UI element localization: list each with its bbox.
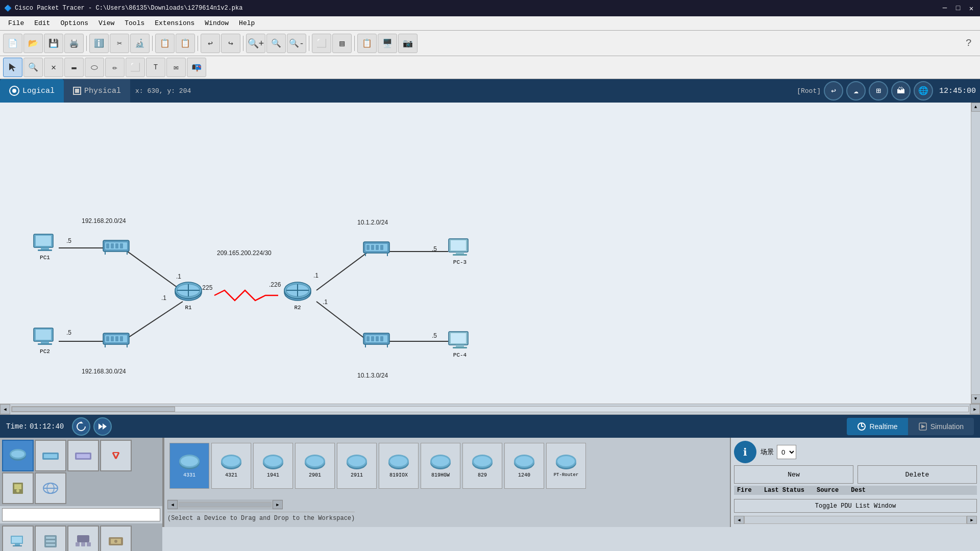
delete-pdu-button[interactable]: Delete (857, 465, 977, 484)
terrain-nav-button[interactable]: 🏔 (891, 81, 911, 101)
horizontal-scrollbar[interactable]: ◀ ▶ (0, 404, 980, 415)
scroll-down-button[interactable]: ▼ (971, 394, 981, 404)
category-wireless[interactable] (100, 440, 132, 471)
scroll-up-button[interactable]: ▲ (971, 103, 981, 112)
device-4321[interactable]: 4321 (211, 443, 251, 489)
rect-draw-button[interactable]: ▬ (64, 58, 84, 77)
category-others[interactable] (100, 525, 132, 551)
menu-view[interactable]: View (94, 18, 118, 28)
zoom-fit-button[interactable]: 🔍 (266, 34, 286, 53)
device-pc4[interactable]: PC-4 (447, 331, 473, 358)
redo-button[interactable]: ↪️ (221, 34, 240, 53)
scroll-right-button[interactable]: ▶ (970, 404, 980, 414)
viewport-button[interactable]: ⬜ (312, 34, 331, 53)
device-pc2[interactable]: PC2 (32, 327, 58, 355)
category-switches[interactable] (35, 440, 66, 471)
devlist-scroll-right[interactable]: ▶ (273, 500, 283, 509)
device-sw3[interactable] (362, 238, 390, 259)
notes-button[interactable]: 📋 (357, 34, 377, 53)
back-nav-button[interactable]: ↩ (824, 81, 843, 101)
pdu-bottom-scroll[interactable]: ◀ ▶ (734, 516, 977, 524)
paste-button[interactable]: 📋 (176, 34, 195, 53)
new-pdu-button[interactable]: New (734, 465, 853, 484)
device-pt-router[interactable]: PT-Router (546, 443, 586, 489)
globe-nav-button[interactable]: 🌐 (914, 81, 933, 101)
new-file-button[interactable]: 📄 (3, 34, 22, 53)
zoom-out-button[interactable]: 🔍- (287, 34, 306, 53)
cut-button[interactable]: ✂️ (110, 34, 129, 53)
pdu-simple-button[interactable]: ✉️ (166, 58, 186, 77)
device-sw2[interactable] (102, 329, 130, 350)
select-tool-button[interactable] (3, 58, 22, 77)
category-hubs[interactable] (67, 440, 99, 471)
device-1941[interactable]: 1941 (253, 443, 293, 489)
device-4331[interactable]: 4331 (169, 443, 209, 489)
category-pcs[interactable] (2, 525, 34, 551)
maximize-button[interactable]: □ (953, 4, 963, 13)
device-r2[interactable]: R2 (283, 280, 312, 311)
device-list-scrollbar[interactable]: ◀ ▶ (167, 499, 283, 510)
photo-button[interactable]: 📷 (398, 34, 418, 53)
device-search-input[interactable] (2, 508, 160, 521)
undo-button[interactable]: ↩️ (201, 34, 220, 53)
grid-nav-button[interactable]: ⊞ (869, 81, 888, 101)
device-pc1[interactable]: PC1 (32, 233, 58, 261)
devlist-scroll-left[interactable]: ◀ (167, 500, 178, 509)
freeform-draw-button[interactable]: ✏️ (105, 58, 125, 77)
category-wan[interactable] (35, 472, 66, 504)
pdu-complex-button[interactable]: 📭 (187, 58, 206, 77)
toggle-pdu-list-button[interactable]: Toggle PDU List Window (734, 499, 977, 513)
workspace[interactable]: ▲ ▼ 192.168.20.0/24 192.168.30.0/24 10.1… (0, 103, 980, 404)
device-819hgw[interactable]: 819HGW (421, 443, 460, 489)
category-servers[interactable] (35, 525, 66, 551)
pdu-scroll-left[interactable]: ◀ (734, 516, 744, 524)
reset-time-button[interactable] (72, 417, 90, 436)
pdu-info-button[interactable]: ℹ (734, 441, 756, 463)
menu-file[interactable]: File (4, 18, 28, 28)
right-scrollbar[interactable]: ▲ ▼ (971, 103, 980, 404)
cloud-nav-button[interactable]: ☁️ (846, 81, 866, 101)
device-pc3[interactable]: PC-3 (447, 238, 473, 265)
open-button[interactable]: 📂 (23, 34, 43, 53)
device-sw1[interactable] (102, 236, 130, 258)
help-button[interactable]: ? (961, 37, 977, 49)
scroll-left-button[interactable]: ◀ (0, 404, 10, 414)
category-security[interactable] (2, 472, 34, 504)
device-2911[interactable]: 2911 (337, 443, 377, 489)
device-829[interactable]: 829 (462, 443, 502, 489)
scenario-dropdown[interactable]: 0 (777, 445, 796, 459)
move-tool-button[interactable]: 🔍 (23, 58, 43, 77)
pdu-scroll-right[interactable]: ▶ (967, 516, 977, 524)
physical-tab[interactable]: Physical (64, 79, 130, 103)
delete-tool-button[interactable]: ✕ (44, 58, 63, 77)
category-phones[interactable] (67, 525, 99, 551)
h-scroll-thumb[interactable] (12, 407, 175, 412)
report-button[interactable]: 🖥️ (378, 34, 397, 53)
zoom-in-button[interactable]: 🔍+ (246, 34, 265, 53)
menu-window[interactable]: Window (201, 18, 233, 28)
device-1240[interactable]: 1240 (504, 443, 544, 489)
grid-button[interactable]: ▤ (332, 34, 352, 53)
close-button[interactable]: ✕ (967, 4, 976, 13)
menu-edit[interactable]: Edit (30, 18, 54, 28)
ellipse-draw-button[interactable]: ⬭ (85, 58, 104, 77)
menu-extensions[interactable]: Extensions (151, 18, 199, 28)
text-tool-button[interactable]: T (146, 58, 165, 77)
device-819iox[interactable]: 819IOX (379, 443, 419, 489)
realtime-mode-button[interactable]: Realtime (847, 418, 908, 435)
minimize-button[interactable]: ─ (940, 4, 949, 13)
resize-tool-button[interactable]: ⬜ (126, 58, 145, 77)
simulation-mode-button[interactable]: Simulation (908, 418, 974, 435)
copy-button[interactable]: 📋 (155, 34, 175, 53)
info-button[interactable]: ℹ️ (89, 34, 109, 53)
device-r1[interactable]: R1 (174, 280, 203, 311)
inspect-button[interactable]: 🔬 (130, 34, 150, 53)
save-button[interactable]: 💾 (44, 34, 63, 53)
logical-tab[interactable]: Logical (0, 79, 64, 103)
print-button[interactable]: 🖨️ (64, 34, 84, 53)
device-sw4[interactable] (362, 329, 390, 350)
menu-tools[interactable]: Tools (120, 18, 149, 28)
menu-help[interactable]: Help (235, 18, 259, 28)
category-routers[interactable] (2, 440, 34, 471)
device-2901[interactable]: 2901 (295, 443, 335, 489)
